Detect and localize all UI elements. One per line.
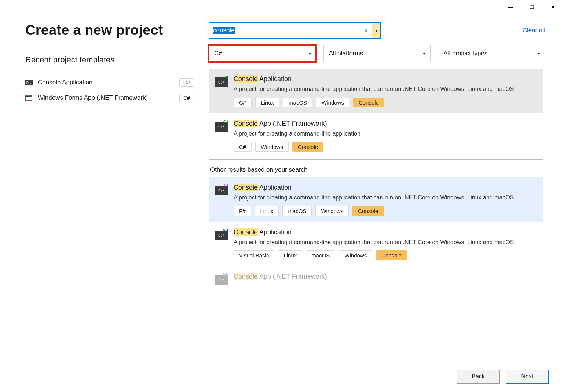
template-tag: macOS <box>283 98 312 107</box>
language-filter-value: C# <box>214 50 222 57</box>
template-tag: macOS <box>282 206 312 216</box>
template-tag: Windows <box>315 206 349 216</box>
language-filter[interactable]: C# ▾ <box>209 45 316 62</box>
template-title: Console Application <box>234 184 536 191</box>
template-item[interactable]: C:\C#Console App (.NET Framework)A proje… <box>209 113 543 158</box>
template-item[interactable]: C:\C#Console ApplicationA project for cr… <box>209 69 543 113</box>
template-item[interactable]: C:\VBConsole ApplicationA project for cr… <box>209 222 543 267</box>
language-badge: C# <box>179 78 194 87</box>
template-tag: Visual Basic <box>234 250 274 260</box>
template-tag: Linux <box>255 206 279 216</box>
close-button[interactable]: ✕ <box>542 0 564 14</box>
template-tag: Windows <box>255 142 289 152</box>
other-results-heading: Other results based on your search <box>209 159 543 177</box>
maximize-button[interactable]: ☐ <box>521 0 542 14</box>
next-button[interactable]: Next <box>506 370 549 384</box>
template-title: Console Application <box>234 228 536 236</box>
template-tags: C#LinuxmacOSWindowsConsole <box>234 98 536 107</box>
minimize-button[interactable]: — <box>500 0 521 14</box>
chevron-down-icon: ▾ <box>538 52 540 56</box>
template-tag: macOS <box>306 250 335 260</box>
svg-text:C#: C# <box>30 79 33 82</box>
window-controls: — ☐ ✕ <box>500 0 564 14</box>
project-type-filter-value: All project types <box>443 50 487 57</box>
platform-filter-value: All platforms <box>329 50 363 57</box>
template-description: A project for creating a command-line ap… <box>234 85 536 93</box>
template-tags: Visual BasicLinuxmacOSWindowsConsole <box>234 250 536 260</box>
template-tag: Windows <box>316 98 349 107</box>
template-title: Console Application <box>234 75 536 83</box>
template-icon: C:\C# <box>215 120 228 132</box>
template-item[interactable]: C:\VBConsole App (.NET Framework) <box>209 266 543 291</box>
template-tag: Linux <box>278 250 302 260</box>
recent-template-label: Console Application <box>38 79 174 86</box>
template-description: A project for creating a command-line ap… <box>234 130 536 138</box>
template-tag: Console <box>353 98 384 107</box>
results-list[interactable]: C:\C#Console ApplicationA project for cr… <box>209 69 545 359</box>
recent-template-item[interactable]: C:\C#Console ApplicationC# <box>25 75 194 90</box>
template-tag: Console <box>352 206 384 216</box>
search-dropdown-button[interactable]: ▾ <box>372 23 380 38</box>
template-tag: F# <box>234 206 251 216</box>
clear-all-link[interactable]: Clear all <box>523 27 545 34</box>
recent-template-item[interactable]: Windows Forms App (.NET Framework)C# <box>25 90 194 106</box>
recent-template-label: Windows Forms App (.NET Framework) <box>38 94 174 102</box>
svg-point-5 <box>30 95 32 97</box>
template-title: Console App (.NET Framework) <box>234 273 536 281</box>
template-tag: Linux <box>255 98 279 107</box>
template-description: A project for creating a command-line ap… <box>234 238 536 246</box>
clear-search-icon[interactable]: ✕ <box>359 23 372 38</box>
winforms-icon <box>25 94 33 102</box>
template-icon: C:\F# <box>215 184 228 196</box>
language-badge: C# <box>179 94 194 102</box>
recent-heading: Recent project templates <box>25 55 194 65</box>
console-icon: C:\C# <box>25 79 33 86</box>
template-title: Console App (.NET Framework) <box>234 120 536 128</box>
template-description: A project for creating a command-line ap… <box>234 194 536 202</box>
template-icon: C:\VB <box>215 273 228 285</box>
template-tags: C#WindowsConsole <box>234 142 536 152</box>
template-item[interactable]: C:\F#Console ApplicationA project for cr… <box>209 177 543 222</box>
back-button[interactable]: Back <box>457 370 500 384</box>
page-title: Create a new project <box>25 22 194 38</box>
template-tag: C# <box>234 98 252 107</box>
recent-list: C:\C#Console ApplicationC#Windows Forms … <box>25 75 194 106</box>
chevron-down-icon: ▾ <box>423 52 425 56</box>
template-tag: C# <box>234 142 252 152</box>
template-icon: C:\VB <box>215 228 228 241</box>
template-tags: F#LinuxmacOSWindowsConsole <box>234 206 536 216</box>
search-box: ✕ ▾ <box>209 22 381 39</box>
project-type-filter[interactable]: All project types ▾ <box>438 45 545 62</box>
template-tag: Windows <box>339 250 372 260</box>
template-icon: C:\C# <box>215 75 228 88</box>
template-tag: Console <box>376 250 407 260</box>
platform-filter[interactable]: All platforms ▾ <box>323 45 431 62</box>
template-tag: Console <box>292 142 323 152</box>
search-input[interactable] <box>209 23 359 38</box>
chevron-down-icon: ▾ <box>309 52 311 56</box>
